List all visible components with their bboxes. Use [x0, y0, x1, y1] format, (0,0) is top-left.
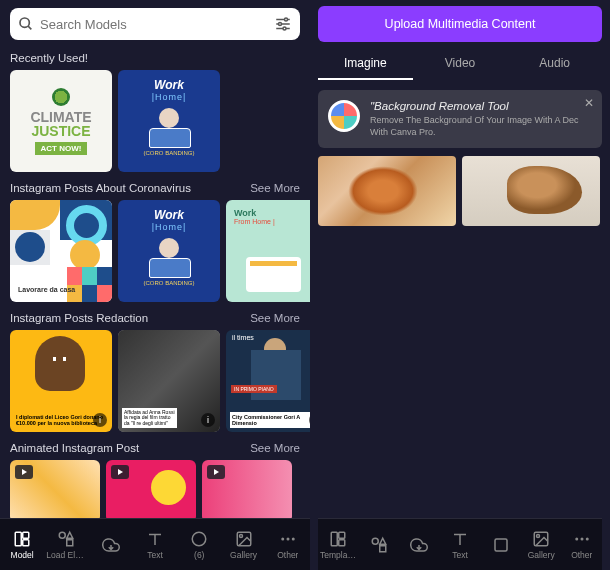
svg-point-27 — [575, 537, 578, 540]
template-thumb[interactable] — [10, 460, 100, 518]
thumb-text: |Home| — [152, 222, 187, 232]
templates-icon — [13, 530, 31, 548]
nav-gallery[interactable]: Gallery — [521, 519, 562, 570]
promo-title: "Background Removal Tool — [370, 100, 592, 112]
cloud-icon — [102, 536, 120, 554]
svg-point-28 — [580, 537, 583, 540]
see-more-link[interactable]: See More — [250, 312, 300, 324]
tab-image[interactable]: Imagine — [318, 48, 413, 80]
svg-point-13 — [193, 532, 207, 546]
nav-other[interactable]: Other — [266, 519, 310, 570]
svg-point-3 — [285, 18, 288, 21]
nav-text[interactable]: Text — [440, 519, 481, 570]
template-thumb[interactable]: il times IN PRIMO PIANO City Commissione… — [226, 330, 310, 432]
template-thumb[interactable] — [202, 460, 292, 518]
svg-rect-24 — [495, 539, 507, 551]
templates-icon — [329, 530, 347, 548]
svg-point-5 — [279, 23, 282, 26]
nav-other[interactable]: Other — [561, 519, 602, 570]
tab-video[interactable]: Video — [413, 48, 508, 80]
nav-label: Text — [452, 550, 468, 560]
thumb-text: (CORO BANDING) — [144, 280, 195, 286]
thumb-text: |Home| — [152, 92, 187, 102]
upload-button[interactable]: Upload Multimedia Content — [318, 6, 602, 42]
count-icon — [190, 530, 208, 548]
thumb-text: From Home | — [234, 218, 310, 225]
info-icon: i — [201, 413, 215, 427]
shapes-icon — [57, 530, 75, 548]
svg-point-22 — [372, 538, 378, 544]
more-icon — [573, 530, 591, 548]
see-more-link[interactable]: See More — [250, 182, 300, 194]
svg-rect-12 — [67, 539, 73, 545]
tab-audio[interactable]: Audio — [507, 48, 602, 80]
nav-model[interactable]: Model — [0, 519, 44, 570]
nav-label: Other — [571, 550, 592, 560]
bottom-nav-right: Templates Loading Elements... Text Galle… — [318, 518, 602, 570]
nav-label: Gallery — [230, 550, 257, 560]
template-thumb[interactable]: Affidata ad Anna Rossi la regia del film… — [118, 330, 220, 432]
gallery-icon — [532, 530, 550, 548]
nav-elements[interactable]: Load Elements... — [44, 519, 88, 570]
nav-elements[interactable] — [359, 519, 400, 570]
thumb-brand: il times — [232, 334, 254, 341]
thumb-text: Work — [154, 78, 184, 92]
video-badge-icon — [111, 465, 129, 479]
promo-icon — [328, 100, 360, 132]
nav-label: Other — [277, 550, 298, 560]
text-icon — [451, 530, 469, 548]
template-thumb[interactable] — [106, 460, 196, 518]
svg-point-29 — [586, 537, 589, 540]
search-bar[interactable] — [10, 8, 300, 40]
media-tabs: Imagine Video Audio — [318, 48, 602, 80]
promo-desc: Remove The Background Of Your Image With… — [370, 115, 592, 138]
cloud-icon — [410, 536, 428, 554]
svg-point-16 — [281, 537, 284, 540]
nav-cloud[interactable] — [89, 519, 133, 570]
section-title-recent: Recently Used! — [10, 52, 88, 64]
more-icon — [279, 530, 297, 548]
promo-banner[interactable]: "Background Removal Tool Remove The Back… — [318, 90, 602, 148]
template-thumb[interactable]: Lavorare da casa — [10, 200, 112, 302]
shapes-icon — [370, 536, 388, 554]
template-thumb[interactable]: Work From Home | — [226, 200, 310, 302]
template-thumb[interactable]: CLIMATE JUSTICE ACT NOW! — [10, 70, 112, 172]
search-input[interactable] — [40, 17, 268, 32]
svg-rect-19 — [332, 532, 338, 546]
thumb-text: JUSTICE — [31, 124, 90, 138]
svg-rect-21 — [339, 539, 345, 545]
nav-label: Model — [11, 550, 34, 560]
svg-point-11 — [60, 532, 66, 538]
thumb-tag: IN PRIMO PIANO — [231, 385, 277, 393]
nav-blank[interactable] — [480, 519, 521, 570]
uploaded-image[interactable] — [462, 156, 600, 226]
video-badge-icon — [207, 465, 225, 479]
nav-gallery[interactable]: Gallery — [221, 519, 265, 570]
nav-label: Text — [147, 550, 163, 560]
svg-rect-8 — [15, 532, 21, 546]
filter-icon[interactable] — [274, 15, 292, 33]
thumb-text: CLIMATE — [30, 110, 91, 124]
uploaded-image[interactable] — [318, 156, 456, 226]
nav-six[interactable]: (6) — [177, 519, 221, 570]
nav-text[interactable]: Text — [133, 519, 177, 570]
template-thumb[interactable]: I diplomati del Liceo Gori donano €10.00… — [10, 330, 112, 432]
svg-line-1 — [28, 26, 31, 29]
nav-cloud[interactable] — [399, 519, 440, 570]
thumb-caption: City Commissioner Gori A Dimensio — [230, 412, 310, 428]
close-icon[interactable]: ✕ — [584, 96, 594, 110]
thumb-caption: Affidata ad Anna Rossi la regia del film… — [122, 408, 177, 429]
svg-point-18 — [292, 537, 295, 540]
nav-templates[interactable]: Templates Loading Elements... — [318, 519, 359, 570]
square-icon — [492, 536, 510, 554]
gallery-icon — [235, 530, 253, 548]
see-more-link[interactable]: See More — [250, 442, 300, 454]
search-icon — [18, 16, 34, 32]
template-thumb[interactable]: Work |Home| (CORO BANDING) — [118, 200, 220, 302]
thumb-text: Lavorare da casa — [18, 286, 75, 294]
template-thumb[interactable]: Work |Home| (CORO BANDING) — [118, 70, 220, 172]
thumb-text: Work — [234, 208, 310, 218]
svg-rect-10 — [23, 539, 29, 545]
svg-rect-20 — [339, 532, 345, 538]
nav-label: Templates Loading Elements... — [320, 550, 357, 560]
